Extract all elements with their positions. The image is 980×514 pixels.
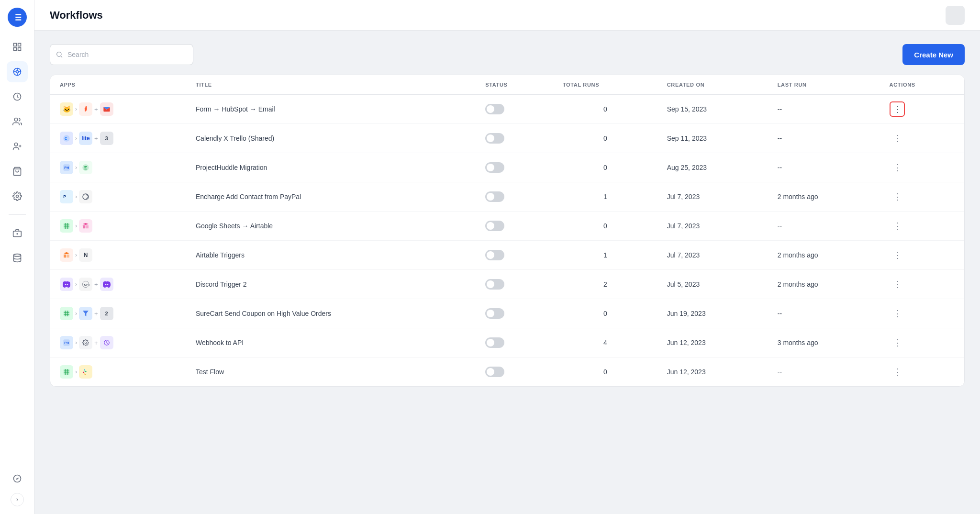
- app-logo[interactable]: [8, 8, 27, 27]
- status-toggle[interactable]: [485, 104, 504, 114]
- apps-cell: 🐱›+: [50, 95, 186, 124]
- svg-point-56: [85, 342, 87, 344]
- actions-cell: ⋮: [880, 299, 964, 328]
- svg-rect-42: [83, 225, 85, 229]
- svg-marker-53: [83, 311, 89, 316]
- svg-text:P: P: [63, 194, 66, 199]
- sidebar-item-storage[interactable]: [7, 161, 28, 182]
- actions-menu-button[interactable]: ⋮: [890, 160, 905, 175]
- created-on-cell: Sep 15, 2023: [657, 95, 768, 124]
- actions-menu-button[interactable]: ⋮: [890, 101, 905, 117]
- svg-rect-45: [67, 255, 69, 258]
- status-toggle[interactable]: [485, 162, 504, 173]
- status-toggle[interactable]: [485, 191, 504, 202]
- total-runs-cell: 0: [553, 124, 657, 153]
- actions-cell: ⋮: [880, 124, 964, 153]
- apps-cell: P›: [50, 182, 186, 212]
- actions-cell: ⋮: [880, 95, 964, 124]
- app-icon: lite: [79, 132, 92, 145]
- status-toggle[interactable]: [485, 367, 504, 377]
- status-toggle[interactable]: [485, 250, 504, 260]
- create-new-button[interactable]: Create New: [902, 44, 965, 65]
- app-icon: GPT: [79, 278, 92, 291]
- sidebar-item-contacts[interactable]: [7, 111, 28, 132]
- table-row: ›GPT+ Discord Trigger 2 2 Jul 5, 2023 2 …: [50, 270, 964, 299]
- actions-menu-button[interactable]: ⋮: [890, 277, 905, 292]
- search-input[interactable]: [50, 44, 193, 65]
- sidebar-item-add-contact[interactable]: [7, 136, 28, 157]
- status-cell: [476, 153, 553, 182]
- actions-menu-button[interactable]: ⋮: [890, 247, 905, 263]
- plus-separator: +: [94, 281, 98, 288]
- arrow-separator: ›: [75, 135, 77, 142]
- actions-menu-button[interactable]: ⋮: [890, 218, 905, 234]
- table-header-row: APPS TITLE STATUS TOTAL RUNS CREATED ON …: [50, 75, 964, 95]
- last-run-cell: 2 months ago: [768, 241, 880, 270]
- app-icon: PH: [60, 161, 73, 174]
- col-status: STATUS: [476, 75, 553, 95]
- status-toggle[interactable]: [485, 279, 504, 290]
- sidebar: [0, 0, 34, 514]
- app-icon: [79, 307, 92, 320]
- app-icon: [100, 102, 113, 116]
- app-icon: [60, 278, 73, 291]
- sidebar-item-dashboard[interactable]: [7, 36, 28, 57]
- sidebar-bottom: [7, 468, 28, 506]
- created-on-cell: Sep 11, 2023: [657, 124, 768, 153]
- status-toggle[interactable]: [485, 221, 504, 231]
- title-cell: Discord Trigger 2: [186, 270, 476, 299]
- table-row: ›N Airtable Triggers 1 Jul 7, 2023 2 mon…: [50, 241, 964, 270]
- apps-cell: C›lite+3: [50, 124, 186, 153]
- svg-rect-43: [86, 225, 89, 229]
- table-row: C›lite+3 Calendly X Trello (Shared) 0 Se…: [50, 124, 964, 153]
- svg-point-26: [13, 254, 21, 257]
- col-created-on: CREATED ON: [657, 75, 768, 95]
- app-icon: PH: [60, 336, 73, 349]
- total-runs-cell: 0: [553, 358, 657, 387]
- svg-point-18: [14, 143, 18, 146]
- created-on-cell: Jul 7, 2023: [657, 182, 768, 212]
- status-cell: [476, 182, 553, 212]
- last-run-cell: --: [768, 124, 880, 153]
- sidebar-divider: [9, 214, 26, 215]
- actions-menu-button[interactable]: ⋮: [890, 364, 905, 380]
- total-runs-cell: 0: [553, 212, 657, 241]
- plus-separator: +: [94, 135, 98, 142]
- app-icon: [79, 365, 92, 379]
- last-run-cell: --: [768, 358, 880, 387]
- sidebar-item-workflows[interactable]: [7, 61, 28, 82]
- svg-rect-37: [64, 223, 69, 229]
- sidebar-item-check[interactable]: [7, 468, 28, 489]
- actions-cell: ⋮: [880, 182, 964, 212]
- actions-menu-button[interactable]: ⋮: [890, 335, 905, 350]
- svg-rect-44: [64, 255, 66, 258]
- apps-cell: PH›+: [50, 328, 186, 358]
- arrow-separator: ›: [75, 193, 77, 200]
- sidebar-item-team[interactable]: [7, 223, 28, 244]
- main-area: Workflows Create New APPS: [34, 0, 980, 514]
- col-last-run: LAST RUN: [768, 75, 880, 95]
- arrow-separator: ›: [75, 223, 77, 229]
- sidebar-item-settings[interactable]: [7, 186, 28, 207]
- svg-text:GPT: GPT: [84, 283, 89, 286]
- sidebar-item-history[interactable]: [7, 86, 28, 107]
- sidebar-item-storage2[interactable]: [7, 247, 28, 268]
- svg-point-22: [16, 195, 18, 198]
- actions-menu-button[interactable]: ⋮: [890, 131, 905, 146]
- created-on-cell: Jul 5, 2023: [657, 270, 768, 299]
- app-icon: 🐱: [60, 102, 73, 116]
- status-toggle[interactable]: [485, 133, 504, 144]
- svg-rect-6: [13, 44, 16, 46]
- title-cell: Webhook to API: [186, 328, 476, 358]
- title-cell: SureCart Send Coupon on High Value Order…: [186, 299, 476, 328]
- status-toggle[interactable]: [485, 337, 504, 348]
- sidebar-expand-button[interactable]: [11, 493, 24, 506]
- status-cell: [476, 299, 553, 328]
- app-icon: [100, 336, 113, 349]
- status-cell: [476, 212, 553, 241]
- created-on-cell: Jun 19, 2023: [657, 299, 768, 328]
- title-cell: ProjectHuddle Migration: [186, 153, 476, 182]
- actions-menu-button[interactable]: ⋮: [890, 306, 905, 321]
- status-toggle[interactable]: [485, 308, 504, 319]
- actions-menu-button[interactable]: ⋮: [890, 189, 905, 204]
